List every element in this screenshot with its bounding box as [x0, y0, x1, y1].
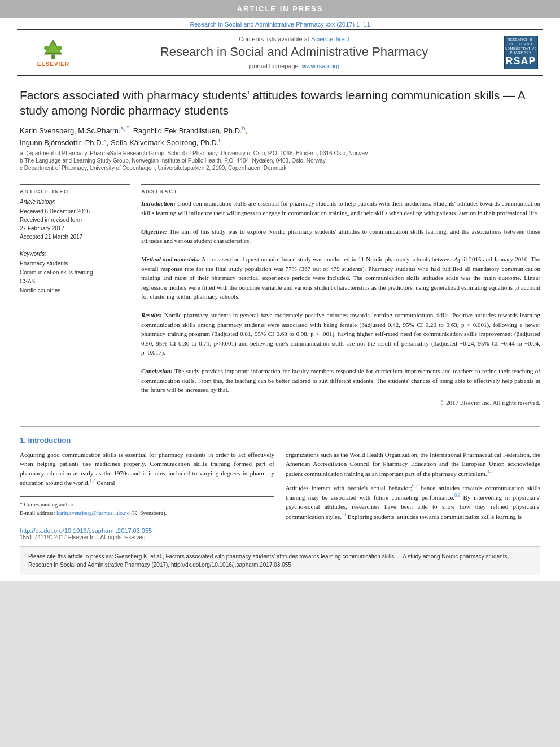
- doi-link[interactable]: http://dx.doi.org/10.1016/j.sapharm.2017…: [20, 527, 274, 534]
- abstract-column: ABSTRACT Introduction: Good communicatio…: [141, 184, 540, 406]
- citation-box: Please cite this article in press as: Sv…: [20, 546, 540, 575]
- svg-rect-0: [51, 54, 55, 59]
- conclusion-text: The study provides important information…: [141, 368, 540, 393]
- journal-reference: Research in Social and Administrative Ph…: [0, 18, 560, 29]
- keyword-3: CSAS: [20, 277, 130, 286]
- results-label: Results:: [141, 312, 162, 318]
- history-label: Article history:: [20, 199, 130, 205]
- article-info-title: ARTICLE INFO: [20, 189, 130, 194]
- accepted-date: Accepted 21 March 2017: [20, 233, 130, 241]
- article-body: Factors associated with pharmacy student…: [0, 76, 560, 417]
- article-info-box: ARTICLE INFO Article history: Received 6…: [20, 184, 130, 295]
- rsap-badge-abbr: RSAP: [505, 55, 536, 67]
- svg-point-4: [57, 46, 63, 50]
- elsevier-label: ELSEVIER: [37, 61, 69, 67]
- journal-header: ELSEVIER Contents lists available at Sci…: [17, 29, 543, 76]
- intro-para1: Acquiring good communication skills is e…: [20, 450, 274, 488]
- license-text: 1551-7411/© 2017 Elsevier Inc. All right…: [20, 534, 274, 540]
- footnote-section: * Corresponding author. E-mail address: …: [20, 496, 274, 517]
- keyword-2: Communication skills training: [20, 268, 130, 277]
- article-in-press-banner: ARTICLE IN PRESS: [0, 0, 560, 18]
- keyword-1: Pharmacy students: [20, 259, 130, 268]
- received-revised-label: Received in revised form: [20, 216, 130, 224]
- journal-title: Research in Social and Administrative Ph…: [160, 45, 428, 59]
- objective-label: Objective:: [141, 228, 167, 235]
- intro-left-col: Acquiring good communication skills is e…: [20, 450, 274, 541]
- conclusion-label: Conclusion:: [141, 368, 173, 374]
- rsap-logo-area: RESEARCH IN SOCIAL AND ADMINISTRATIVE PH…: [498, 30, 543, 75]
- intro-para3-right: Attitudes interact with people's actual …: [286, 483, 540, 521]
- received-date: Received 6 December 2016: [20, 207, 130, 216]
- keyword-4: Nordic countries: [20, 286, 130, 295]
- intro-two-col: Acquiring good communication skills is e…: [20, 450, 540, 541]
- affiliation-a: a Department of Pharmacy, PharmaSafe Res…: [20, 150, 540, 156]
- abstract-title: ABSTRACT: [141, 189, 540, 194]
- article-info-column: ARTICLE INFO Article history: Received 6…: [20, 184, 130, 406]
- introduction-section: 1. Introduction Acquiring good communica…: [0, 436, 560, 541]
- abstract-text: Introduction: Good communication skills …: [141, 199, 540, 395]
- email-link[interactable]: karin.svensberg@farmasi.uio.no: [56, 510, 130, 516]
- journal-homepage-link[interactable]: www.rsap.org: [302, 63, 340, 69]
- rsap-badge: RESEARCH IN SOCIAL AND ADMINISTRATIVE PH…: [504, 36, 538, 69]
- citation-text: Please cite this article in press as: Sv…: [28, 552, 532, 569]
- svg-point-3: [44, 46, 50, 50]
- elsevier-logo-area: ELSEVIER: [17, 30, 90, 75]
- article-info-abstract: ARTICLE INFO Article history: Received 6…: [20, 184, 540, 406]
- contents-line: Contents lists available at ScienceDirec…: [239, 36, 349, 42]
- abstract-box: ABSTRACT Introduction: Good communicatio…: [141, 184, 540, 406]
- article-title: Factors associated with pharmacy student…: [20, 88, 540, 119]
- sciencedirect-link[interactable]: ScienceDirect: [311, 36, 349, 42]
- intro-right-col: organizations such as the World Health O…: [286, 450, 540, 541]
- methods-text: A cross-sectional questionnaire-based st…: [141, 256, 540, 300]
- corresponding-note: * Corresponding author.: [20, 500, 274, 509]
- journal-center-info: Contents lists available at ScienceDirec…: [90, 30, 498, 75]
- rsap-badge-top-text: RESEARCH IN SOCIAL AND ADMINISTRATIVE PH…: [505, 38, 537, 55]
- keywords-section: Keywords: Pharmacy students Communicatio…: [20, 251, 130, 295]
- email-note: E-mail address: karin.svensberg@farmasi.…: [20, 509, 274, 517]
- copyright: © 2017 Elsevier Inc. All rights reserved…: [141, 399, 540, 406]
- article-history: Article history: Received 6 December 201…: [20, 199, 130, 246]
- received-revised-date: 27 February 2017: [20, 224, 130, 233]
- journal-homepage: journal homepage: www.rsap.org: [249, 63, 340, 69]
- section-divider: [20, 426, 540, 427]
- intro-heading: 1. Introduction: [20, 436, 540, 444]
- affiliation-b: b The Language and Learning Study Group,…: [20, 158, 540, 164]
- methods-label: Method and materials:: [141, 256, 200, 263]
- authors-line1: Karin Svensberg, M.Sc.Pharm.a, *, Ragnhi…: [20, 125, 540, 135]
- intro-label: Introduction:: [141, 200, 176, 207]
- intro-text: Good communication skills are essential …: [141, 200, 540, 216]
- affiliation-c: c Department of Pharmacy, University of …: [20, 165, 540, 171]
- authors-line2: Ingunn Björnsdottir, Ph.D.a, Sofia Kälve…: [20, 137, 540, 147]
- affiliations: a Department of Pharmacy, PharmaSafe Res…: [20, 150, 540, 178]
- objective-text: The aim of this study was to explore Nor…: [141, 228, 540, 244]
- keywords-label: Keywords:: [20, 251, 130, 257]
- results-text: Nordic pharmacy students in general have…: [141, 312, 540, 356]
- intro-para2-right: organizations such as the World Health O…: [286, 450, 540, 478]
- elsevier-tree-icon: [38, 38, 69, 60]
